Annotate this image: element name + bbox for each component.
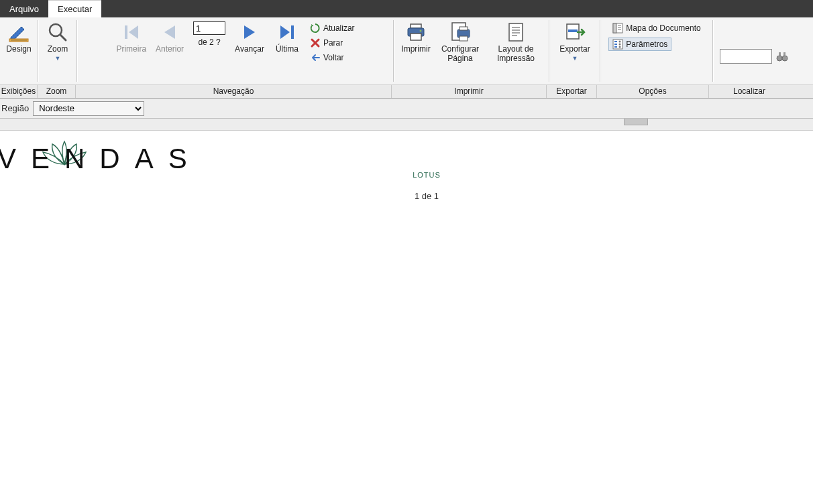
print-layout-button[interactable]: Layout de Impressão <box>487 20 545 64</box>
document-map-button[interactable]: Mapa do Documento <box>608 21 704 35</box>
next-page-icon <box>239 21 260 43</box>
print-label: Imprimir <box>401 44 430 54</box>
next-page-label: Avançar <box>235 44 264 54</box>
parameter-bar: Região Nordeste <box>0 99 813 119</box>
back-label: Voltar <box>323 53 344 62</box>
stop-icon <box>310 38 321 48</box>
stop-button[interactable]: Parar <box>306 36 359 50</box>
export-icon <box>564 21 586 43</box>
ribbon: Design Zoom ▼ <box>0 17 813 99</box>
svg-point-32 <box>619 41 621 43</box>
group-label-navegacao: Navegação <box>76 85 392 98</box>
svg-point-33 <box>619 44 621 46</box>
svg-rect-15 <box>459 36 468 41</box>
svg-rect-8 <box>411 24 421 28</box>
refresh-icon <box>310 23 321 34</box>
group-label-exportar: Exportar <box>547 85 597 98</box>
print-layout-label: Layout de Impressão <box>491 44 541 63</box>
page-setup-button[interactable]: Configurar Página <box>435 20 486 64</box>
svg-rect-22 <box>568 29 578 32</box>
design-icon <box>8 21 30 43</box>
svg-rect-5 <box>291 25 294 39</box>
svg-rect-24 <box>613 23 616 33</box>
parameters-label: Parâmetros <box>626 40 667 49</box>
svg-rect-38 <box>783 52 785 56</box>
document-map-icon <box>612 23 623 34</box>
page-setup-label: Configurar Página <box>439 44 482 63</box>
last-page-label: Última <box>276 44 299 54</box>
print-layout-icon <box>505 21 527 43</box>
design-button[interactable]: Design <box>1 20 36 55</box>
export-button[interactable]: Exportar ▼ <box>555 20 594 63</box>
prev-page-button[interactable]: Anterior <box>152 20 188 55</box>
menu-bar: Arquivo Executar <box>0 0 813 17</box>
group-label-exibicoes: Exibições <box>0 85 38 98</box>
export-label: Exportar <box>559 44 590 54</box>
page-of-label: de 2 ? <box>198 38 220 47</box>
menu-tab-arquivo[interactable]: Arquivo <box>0 0 48 17</box>
first-page-button[interactable]: Primeira <box>112 20 150 55</box>
chevron-down-icon: ▼ <box>55 55 61 62</box>
svg-rect-4 <box>125 25 127 39</box>
svg-rect-10 <box>411 34 421 40</box>
svg-point-36 <box>782 56 788 61</box>
search-input[interactable] <box>720 49 772 64</box>
refresh-label: Atualizar <box>323 23 355 33</box>
zoom-label: Zoom <box>48 44 68 54</box>
last-page-icon <box>276 21 298 43</box>
magnifier-icon <box>47 21 68 43</box>
last-page-button[interactable]: Última <box>270 20 305 55</box>
svg-rect-16 <box>509 23 523 41</box>
print-button[interactable]: Imprimir <box>398 20 433 55</box>
back-button[interactable]: Voltar <box>306 51 359 64</box>
document-map-label: Mapa do Documento <box>626 23 700 33</box>
prev-page-icon <box>159 21 180 43</box>
stop-label: Parar <box>323 38 343 48</box>
binoculars-icon[interactable] <box>776 50 788 62</box>
next-page-button[interactable]: Avançar <box>231 20 268 55</box>
svg-point-34 <box>619 46 621 48</box>
group-label-imprimir: Imprimir <box>392 85 547 98</box>
design-label: Design <box>6 44 31 54</box>
first-page-icon <box>121 21 142 43</box>
group-label-opcoes: Opções <box>597 85 709 98</box>
svg-rect-14 <box>459 27 468 30</box>
chevron-down-icon: ▼ <box>572 55 578 62</box>
group-label-zoom: Zoom <box>38 85 76 98</box>
first-page-label: Primeira <box>116 44 146 54</box>
report-body: VENDAS LOTUS 1 de 1 <box>0 131 813 228</box>
back-arrow-icon <box>310 52 321 63</box>
svg-line-3 <box>60 35 66 40</box>
prev-page-label: Anterior <box>156 44 184 54</box>
svg-rect-37 <box>779 52 781 56</box>
svg-point-35 <box>777 56 782 61</box>
regiao-select[interactable]: Nordeste <box>33 101 144 116</box>
report-title: VENDAS <box>0 143 202 175</box>
refresh-button[interactable]: Atualizar <box>306 21 359 35</box>
menu-tab-executar[interactable]: Executar <box>48 0 101 17</box>
page-input-wrap: de 2 ? <box>189 20 229 48</box>
zoom-button[interactable]: Zoom ▼ <box>40 20 75 63</box>
printer-icon <box>405 21 427 43</box>
page-setup-icon <box>449 21 471 43</box>
spacer-row <box>0 119 813 131</box>
svg-point-11 <box>420 30 422 32</box>
parameters-icon <box>612 39 623 50</box>
page-input[interactable] <box>193 21 225 35</box>
collapse-handle[interactable] <box>624 119 648 125</box>
page-indicator: 1 de 1 <box>40 191 813 201</box>
group-label-localizar: Localizar <box>709 85 790 98</box>
regiao-label: Região <box>1 103 29 113</box>
parameters-button[interactable]: Parâmetros <box>608 38 671 51</box>
